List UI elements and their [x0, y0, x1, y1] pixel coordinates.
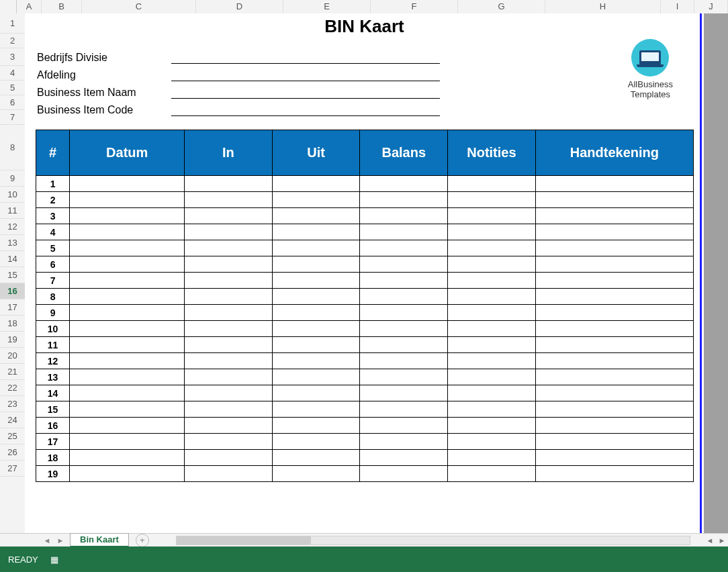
table-row[interactable]: 18 — [36, 450, 694, 466]
data-cell[interactable] — [70, 466, 185, 482]
row-header[interactable]: 21 — [0, 364, 25, 380]
data-cell[interactable] — [272, 192, 360, 208]
scroll-left-icon[interactable]: ◄ — [704, 536, 716, 544]
sheet-tab-active[interactable]: Bin Kaart — [70, 533, 129, 547]
data-cell[interactable] — [535, 401, 693, 418]
data-cell[interactable] — [448, 273, 536, 289]
table-row[interactable]: 12 — [36, 353, 694, 369]
data-cell[interactable] — [360, 321, 448, 337]
data-cell[interactable] — [185, 305, 273, 321]
table-row[interactable]: 9 — [36, 305, 694, 321]
column-header[interactable]: J — [694, 0, 728, 13]
row-header[interactable]: 17 — [0, 299, 25, 316]
row-header[interactable]: 10 — [0, 187, 25, 203]
data-cell[interactable] — [70, 353, 185, 369]
data-cell[interactable] — [272, 240, 360, 256]
column-header[interactable]: C — [82, 0, 196, 13]
data-cell[interactable] — [272, 450, 360, 466]
info-field-division[interactable] — [171, 52, 440, 64]
data-cell[interactable] — [535, 176, 693, 192]
row-header[interactable]: 27 — [0, 461, 25, 477]
row-header[interactable]: 11 — [0, 203, 25, 219]
data-cell[interactable] — [360, 208, 448, 224]
data-cell[interactable] — [185, 466, 273, 482]
data-cell[interactable] — [360, 240, 448, 256]
data-cell[interactable] — [272, 369, 360, 385]
data-cell[interactable] — [185, 256, 273, 273]
data-cell[interactable] — [272, 224, 360, 240]
row-header[interactable]: 5 — [0, 81, 25, 95]
data-cell[interactable] — [448, 450, 536, 466]
data-cell[interactable] — [448, 321, 536, 337]
data-cell[interactable] — [448, 434, 536, 450]
data-cell[interactable] — [448, 369, 536, 385]
data-cell[interactable] — [535, 337, 693, 353]
data-cell[interactable] — [360, 385, 448, 401]
table-row[interactable]: 16 — [36, 418, 694, 434]
data-cell[interactable] — [535, 369, 693, 385]
data-cell[interactable] — [70, 401, 185, 418]
data-cell[interactable] — [185, 321, 273, 337]
data-cell[interactable] — [185, 450, 273, 466]
row-header[interactable]: 7 — [0, 110, 25, 125]
row-header[interactable]: 18 — [0, 316, 25, 332]
data-cell[interactable] — [185, 208, 273, 224]
data-cell[interactable] — [360, 224, 448, 240]
data-cell[interactable] — [535, 273, 693, 289]
table-row[interactable]: 11 — [36, 337, 694, 353]
data-cell[interactable] — [70, 176, 185, 192]
row-header[interactable]: 8 — [0, 125, 25, 171]
row-header[interactable]: 22 — [0, 380, 25, 396]
row-number-cell[interactable]: 10 — [36, 321, 70, 337]
data-cell[interactable] — [360, 273, 448, 289]
row-header[interactable]: 13 — [0, 235, 25, 251]
row-number-cell[interactable]: 4 — [36, 224, 70, 240]
data-cell[interactable] — [272, 176, 360, 192]
data-cell[interactable] — [185, 353, 273, 369]
data-cell[interactable] — [272, 337, 360, 353]
scroll-right-icon[interactable]: ► — [716, 536, 728, 544]
data-cell[interactable] — [448, 240, 536, 256]
data-cell[interactable] — [360, 337, 448, 353]
data-cell[interactable] — [185, 418, 273, 434]
row-number-cell[interactable]: 1 — [36, 176, 70, 192]
data-cell[interactable] — [448, 256, 536, 273]
data-cell[interactable] — [70, 450, 185, 466]
row-number-cell[interactable]: 19 — [36, 466, 70, 482]
data-cell[interactable] — [70, 434, 185, 450]
column-header[interactable]: A — [17, 0, 42, 13]
data-cell[interactable] — [535, 305, 693, 321]
data-cell[interactable] — [185, 369, 273, 385]
data-cell[interactable] — [272, 305, 360, 321]
row-header[interactable]: 1 — [0, 13, 25, 34]
data-cell[interactable] — [360, 192, 448, 208]
column-header[interactable]: D — [196, 0, 283, 13]
data-cell[interactable] — [185, 224, 273, 240]
data-cell[interactable] — [360, 418, 448, 434]
row-header[interactable]: 4 — [0, 66, 25, 81]
row-number-cell[interactable]: 8 — [36, 289, 70, 305]
data-cell[interactable] — [448, 401, 536, 418]
column-header[interactable]: G — [458, 0, 545, 13]
table-row[interactable]: 17 — [36, 434, 694, 450]
column-header[interactable]: E — [283, 0, 371, 13]
data-cell[interactable] — [272, 273, 360, 289]
table-row[interactable]: 4 — [36, 224, 694, 240]
row-header[interactable]: 20 — [0, 348, 25, 364]
data-cell[interactable] — [448, 289, 536, 305]
data-cell[interactable] — [272, 385, 360, 401]
row-number-cell[interactable]: 18 — [36, 450, 70, 466]
row-header[interactable]: 6 — [0, 95, 25, 110]
row-header[interactable]: 16 — [0, 283, 25, 299]
row-number-cell[interactable]: 6 — [36, 256, 70, 273]
data-cell[interactable] — [448, 353, 536, 369]
table-header-cell[interactable]: Uit — [272, 130, 360, 176]
table-header-cell[interactable]: Datum — [70, 130, 185, 176]
data-cell[interactable] — [272, 466, 360, 482]
row-number-cell[interactable]: 17 — [36, 434, 70, 450]
table-row[interactable]: 5 — [36, 240, 694, 256]
horizontal-scroll-thumb[interactable] — [177, 536, 311, 544]
data-cell[interactable] — [535, 224, 693, 240]
data-cell[interactable] — [448, 466, 536, 482]
select-all-corner[interactable] — [0, 0, 17, 13]
